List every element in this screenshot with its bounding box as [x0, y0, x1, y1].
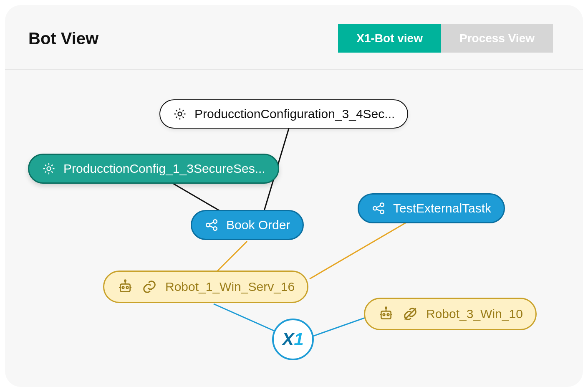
node-label: Robot_1_Win_Serv_16 [165, 280, 295, 294]
svg-point-15 [380, 210, 384, 214]
node-label: TestExternalTastk [393, 201, 491, 215]
node-label: Book Order [226, 218, 290, 232]
svg-point-13 [373, 207, 377, 210]
view-tabs: X1-Bot view Process View [338, 24, 553, 53]
svg-line-16 [376, 205, 381, 207]
node-label: ProducctionConfiguration_3_4Sec... [194, 107, 395, 121]
robot-icon [117, 278, 134, 295]
bot-view-panel: Bot View X1-Bot view Process View [5, 5, 583, 387]
page-title: Bot View [28, 29, 98, 48]
svg-point-19 [122, 286, 124, 288]
gear-icon [173, 107, 187, 121]
svg-point-20 [126, 286, 129, 288]
share-icon [204, 218, 219, 232]
svg-line-3 [310, 220, 410, 279]
svg-point-6 [178, 112, 182, 116]
tab-label: X1-Bot view [356, 32, 423, 45]
node-config-left[interactable]: ProducctionConfig_1_3SecureSes... [28, 154, 279, 184]
svg-line-12 [209, 226, 214, 228]
svg-point-8 [206, 223, 210, 227]
share-icon [371, 201, 386, 215]
hub-logo: X [282, 329, 294, 349]
node-hub-x1[interactable]: X1 [272, 319, 314, 360]
svg-point-9 [213, 220, 217, 223]
node-robot-1[interactable]: Robot_1_Win_Serv_16 [103, 271, 308, 303]
svg-line-17 [376, 209, 381, 211]
tab-label: Process View [459, 32, 535, 45]
diagram-canvas[interactable]: ProducctionConfiguration_3_4Sec... Produ… [5, 70, 583, 385]
svg-point-26 [383, 314, 385, 316]
tab-x1-bot-view[interactable]: X1-Bot view [338, 24, 441, 53]
svg-point-10 [213, 227, 217, 230]
gear-icon [42, 162, 56, 176]
robot-icon [378, 306, 394, 322]
svg-line-11 [209, 222, 214, 224]
svg-point-29 [385, 307, 386, 309]
panel-header: Bot View X1-Bot view Process View [5, 5, 583, 70]
node-robot-3[interactable]: Robot_3_Win_10 [364, 298, 537, 330]
svg-point-14 [380, 203, 384, 207]
node-task-external[interactable]: TestExternalTastk [358, 193, 505, 223]
svg-point-7 [47, 167, 50, 170]
svg-line-1 [172, 183, 222, 212]
node-task-book-order[interactable]: Book Order [191, 210, 304, 240]
link-icon [141, 278, 158, 295]
svg-point-27 [387, 314, 389, 316]
node-config-top[interactable]: ProducctionConfiguration_3_4Sec... [159, 99, 408, 129]
tab-process-view[interactable]: Process View [441, 24, 553, 53]
unlink-icon [402, 306, 419, 322]
node-label: ProducctionConfig_1_3SecureSes... [63, 162, 265, 176]
svg-point-22 [124, 280, 126, 281]
node-label: Robot_3_Win_10 [426, 307, 523, 321]
svg-line-32 [405, 309, 416, 320]
